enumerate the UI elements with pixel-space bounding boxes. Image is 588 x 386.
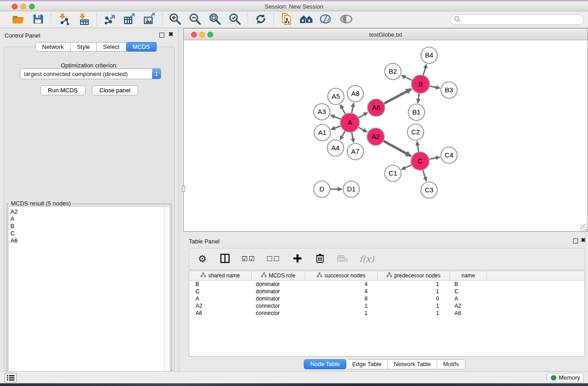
frame-left-grip[interactable] <box>182 186 185 192</box>
edge-B-B1[interactable] <box>418 94 419 103</box>
home-button[interactable] <box>300 13 313 26</box>
edge-A-A1[interactable] <box>331 126 341 129</box>
mcds-result-item[interactable]: A <box>10 215 164 223</box>
trash-button[interactable] <box>314 252 326 266</box>
network-view-titlebar[interactable]: testGlobe.txt <box>184 29 588 40</box>
import-table-button[interactable] <box>77 13 91 26</box>
table-row[interactable]: A2connector11A2 <box>189 302 584 310</box>
column-header-successor-nodes[interactable]: successor nodes <box>305 271 378 280</box>
edge-A-A3[interactable] <box>331 115 341 119</box>
table-row[interactable]: A6connector11A6 <box>189 310 584 317</box>
resize-grip-icon[interactable] <box>580 224 588 231</box>
graph-node-D1[interactable]: D1 <box>343 181 359 197</box>
graph-node-C2[interactable]: C2 <box>407 124 424 140</box>
table-panel-float-button[interactable] <box>573 238 578 243</box>
graph-node-A4[interactable]: A4 <box>327 140 344 156</box>
edge-C-C4[interactable] <box>430 157 440 159</box>
tab-select[interactable]: Select <box>97 42 126 52</box>
mcds-result-item[interactable]: A6 <box>10 237 164 244</box>
column-header-MCDS-role[interactable]: MCDS role <box>252 271 305 280</box>
edge-A-A6[interactable] <box>359 113 368 118</box>
graph-node-A6[interactable]: A6 <box>368 99 385 116</box>
edge-B-B4[interactable] <box>423 64 426 75</box>
table-row[interactable]: Bdominator41B <box>189 281 584 288</box>
graph-node-B1[interactable]: B1 <box>408 104 425 120</box>
run-mcds-button[interactable]: Run MCDS <box>40 86 86 95</box>
edge-A-A7[interactable] <box>352 133 354 143</box>
save-session-button[interactable] <box>31 13 45 26</box>
tab-motifs[interactable]: Motifs <box>437 359 465 369</box>
graph-node-A7[interactable]: A7 <box>347 143 363 160</box>
deselect-all-button[interactable]: ☐☐ <box>267 252 281 266</box>
graph-node-A5[interactable]: A5 <box>328 88 344 105</box>
tab-edge-table[interactable]: Edge Table <box>346 359 388 369</box>
graph-node-C4[interactable]: C4 <box>441 147 457 163</box>
close-panel-button[interactable]: Close panel <box>92 86 139 95</box>
tab-network-table[interactable]: Network Table <box>388 359 437 369</box>
show-hide-button[interactable] <box>339 13 353 26</box>
refresh-button[interactable] <box>254 13 268 26</box>
graph-node-D[interactable]: D <box>314 181 330 197</box>
tab-style[interactable]: Style <box>71 42 97 52</box>
graph-node-B4[interactable]: B4 <box>421 47 437 63</box>
mcds-result-list[interactable]: A2ABCA6 <box>8 206 165 384</box>
open-file-button[interactable] <box>11 13 25 26</box>
graph-node-A1[interactable]: A1 <box>314 124 330 141</box>
zoom-in-button[interactable] <box>168 13 182 26</box>
mcds-result-item[interactable]: C <box>10 230 164 237</box>
column-header-shared-name[interactable]: shared name <box>189 271 252 280</box>
edge-A-A2[interactable] <box>359 128 367 132</box>
edge-A-A4[interactable] <box>340 131 345 140</box>
tab-mcds[interactable]: MCDS <box>126 42 157 52</box>
zoom-fit-button[interactable] <box>208 13 222 26</box>
graph-node-A8[interactable]: A8 <box>347 86 363 102</box>
edge-C-C1[interactable] <box>402 165 411 170</box>
paint-style-button[interactable] <box>320 13 333 26</box>
table-row[interactable]: Adominator80A <box>189 295 584 302</box>
network-canvas[interactable]: ABCA6A2A5A8A3A1A4A7B2B4B3B1C2C4C1C3DD1 <box>184 40 588 231</box>
zoom-selected-button[interactable] <box>228 13 242 26</box>
search-text-field[interactable] <box>461 16 583 24</box>
control-panel-float-button[interactable] <box>159 33 164 38</box>
tab-network[interactable]: Network <box>35 42 71 52</box>
edge-A-A5[interactable] <box>340 105 345 114</box>
edge-B-B3[interactable] <box>430 86 440 88</box>
table-panel-close-icon[interactable]: ✖ <box>581 237 586 243</box>
control-panel-close-icon[interactable]: ✖ <box>168 31 173 38</box>
graph-node-A2[interactable]: A2 <box>367 128 384 145</box>
panel-splitter[interactable] <box>178 28 181 371</box>
search-input[interactable] <box>450 14 584 25</box>
edge-A2-C[interactable] <box>384 141 411 156</box>
import-network-button[interactable] <box>57 13 71 26</box>
graph-node-C[interactable]: C <box>411 152 429 170</box>
graph-node-C3[interactable]: C3 <box>421 182 437 198</box>
add-row-button[interactable] <box>292 252 303 266</box>
graph-node-C1[interactable]: C1 <box>385 165 401 181</box>
memory-button[interactable]: Memory <box>547 373 584 382</box>
select-all-button[interactable]: ☑☑ <box>242 252 256 266</box>
table-row[interactable]: Cdominator41C <box>189 288 584 295</box>
column-header-name[interactable]: name <box>450 271 487 280</box>
copy-network-button[interactable] <box>280 13 293 26</box>
mcds-result-item[interactable]: B <box>10 223 164 230</box>
export-network-button[interactable] <box>103 13 116 26</box>
network-graph[interactable]: ABCA6A2A5A8A3A1A4A7B2B4B3B1C2C4C1C3DD1 <box>184 40 588 231</box>
gear-button[interactable]: ⚙ <box>196 252 208 266</box>
graph-node-A3[interactable]: A3 <box>314 104 330 120</box>
edge-A6-B[interactable] <box>384 89 411 104</box>
mcds-result-scrollbar[interactable] <box>164 206 170 384</box>
edge-C-C2[interactable] <box>417 142 419 152</box>
export-table-button[interactable] <box>123 13 136 26</box>
export-image-button[interactable] <box>143 13 156 26</box>
edge-A-A8[interactable] <box>352 103 354 113</box>
graph-node-A[interactable]: A <box>340 113 359 132</box>
mcds-result-item[interactable]: A2 <box>10 208 164 215</box>
columns-button[interactable] <box>219 252 231 266</box>
tab-node-table[interactable]: Node Table <box>304 359 346 369</box>
criterion-dropdown[interactable]: largest connected component (directed) ▲… <box>20 68 161 79</box>
column-header-predecessor-nodes[interactable]: predecessor nodes <box>378 271 450 280</box>
task-history-button[interactable] <box>5 373 17 382</box>
graph-node-B3[interactable]: B3 <box>441 82 457 98</box>
edge-C-C3[interactable] <box>423 170 426 181</box>
graph-node-B2[interactable]: B2 <box>385 63 401 80</box>
